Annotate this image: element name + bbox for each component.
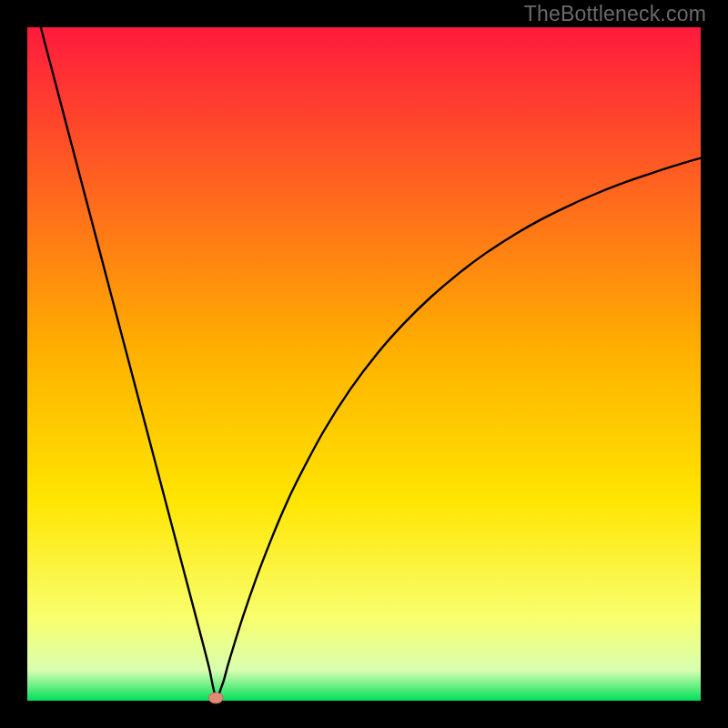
watermark-text: TheBottleneck.com xyxy=(524,2,706,26)
chart-frame: TheBottleneck.com xyxy=(0,0,728,728)
bottleneck-chart xyxy=(0,0,728,728)
minimum-marker xyxy=(208,693,223,703)
